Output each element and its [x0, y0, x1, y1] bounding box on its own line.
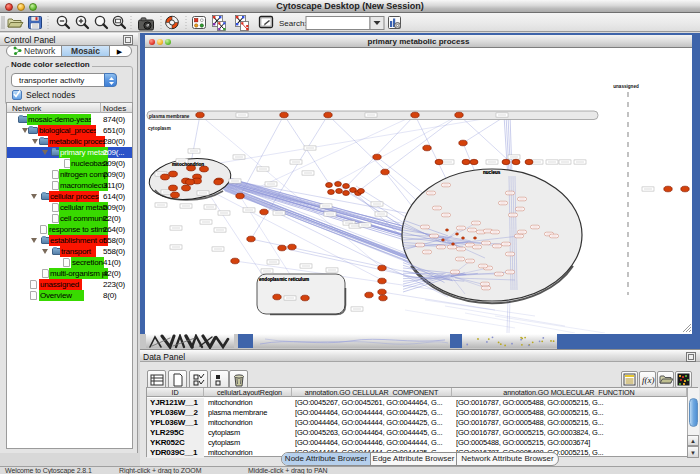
svg-text:plasma membrane: plasma membrane	[149, 114, 190, 119]
svg-text:unassigned: unassigned	[613, 84, 639, 89]
svg-text:Search:: Search:	[279, 19, 307, 28]
svg-text:nucleus: nucleus	[483, 170, 501, 175]
svg-text:f(x): f(x)	[642, 375, 655, 385]
svg-text:endoplasmic reticulum: endoplasmic reticulum	[259, 277, 309, 282]
svg-text:cytoplasm: cytoplasm	[148, 126, 171, 131]
svg-text:mitochondrion: mitochondrion	[172, 162, 204, 167]
